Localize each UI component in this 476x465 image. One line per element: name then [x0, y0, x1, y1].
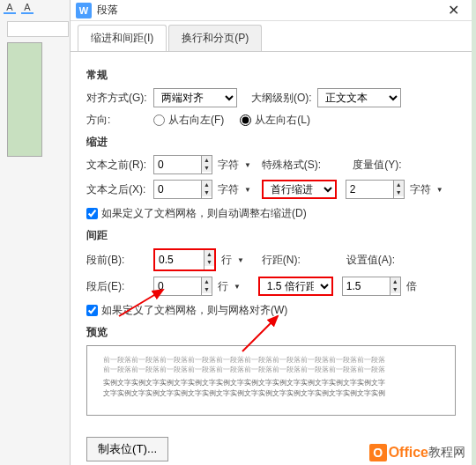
indent-after-label: 文本之后(X): [86, 182, 148, 197]
tab-indent-spacing[interactable]: 缩进和间距(I) [78, 25, 167, 51]
dialog-title: 段落 [97, 3, 118, 18]
spin-down[interactable]: ▼ [202, 285, 212, 293]
paragraph-dialog: 缩进和间距(I) 换行和分页(P) 常规 对齐方式(G): 两端对齐 大纲级别(… [71, 21, 472, 465]
special-format-select[interactable]: 首行缩进 [262, 180, 337, 199]
line-spacing-select[interactable]: 1.5 倍行距 [258, 277, 333, 296]
spin-down[interactable]: ▼ [394, 188, 404, 196]
outline-label: 大纲级别(O): [251, 91, 312, 106]
direction-ltr[interactable]: 从左向右(L) [240, 113, 310, 128]
auto-adjust-indent-label: 如果定义了文档网格，则自动调整右缩进(D) [101, 206, 307, 221]
space-before-input[interactable] [155, 251, 204, 269]
font-color-icon[interactable]: A [4, 2, 16, 14]
set-value-label: 设置值(A): [346, 253, 399, 268]
alignment-label: 对齐方式(G): [86, 91, 148, 106]
spin-down[interactable]: ▼ [390, 285, 400, 293]
indent-after-input[interactable] [153, 180, 202, 199]
direction-label: 方向: [86, 113, 148, 128]
section-general: 常规 [86, 68, 456, 83]
tabstops-button[interactable]: 制表位(T)... [86, 437, 168, 461]
align-to-grid-checkbox[interactable] [86, 305, 98, 316]
spin-up[interactable]: ▲ [205, 250, 214, 258]
measure-input[interactable] [346, 180, 394, 199]
highlight-icon[interactable]: A [21, 2, 33, 14]
space-before-unit: 行 [221, 253, 232, 268]
spin-up[interactable]: ▲ [202, 277, 212, 285]
tab-line-page-breaks[interactable]: 换行和分页(P) [168, 25, 262, 51]
space-after-label: 段后(E): [86, 279, 148, 294]
titlebar: W 段落 ✕ [71, 0, 472, 21]
indent-before-label: 文本之前(R): [86, 158, 148, 173]
watermark-suffix: 教程网 [428, 445, 465, 461]
spin-up[interactable]: ▲ [202, 181, 212, 188]
set-value-unit: 倍 [406, 279, 417, 294]
measure-unit: 字符 [410, 182, 431, 197]
space-after-input[interactable] [153, 277, 202, 296]
outline-select[interactable]: 正文文本 [317, 88, 401, 107]
special-format-label: 特殊格式(S): [262, 158, 321, 173]
direction-rtl[interactable]: 从右向左(F) [153, 113, 224, 128]
spin-up[interactable]: ▲ [390, 277, 400, 285]
watermark-brand: Office [389, 445, 428, 461]
spin-up[interactable]: ▲ [394, 181, 404, 188]
watermark-logo-icon: O [369, 444, 387, 461]
app-icon: W [76, 3, 92, 18]
alignment-select[interactable]: 两端对齐 [153, 88, 237, 107]
indent-before-unit: 字符 [218, 158, 239, 173]
section-spacing: 间距 [86, 228, 456, 243]
spin-down[interactable]: ▼ [205, 258, 214, 266]
line-spacing-label: 行距(N): [262, 253, 315, 268]
preview-box: 前一段落前一段落前一段落前一段落前一段落前一段落前一段落前一段落前一段落前一段落… [86, 345, 456, 416]
space-after-unit: 行 [218, 279, 228, 294]
measure-label: 度量值(Y): [353, 158, 405, 173]
align-to-grid-label: 如果定义了文档网格，则与网格对齐(W) [101, 303, 287, 318]
space-before-label: 段前(B): [86, 253, 148, 268]
document-background [7, 42, 42, 157]
section-preview: 预览 [86, 325, 456, 340]
auto-adjust-indent-checkbox[interactable] [86, 208, 98, 219]
section-indent: 缩进 [86, 135, 456, 150]
spin-down[interactable]: ▼ [202, 164, 212, 172]
indent-before-input[interactable] [153, 155, 202, 174]
spin-up[interactable]: ▲ [202, 156, 212, 164]
spin-down[interactable]: ▼ [202, 188, 212, 196]
ruler-horizontal [7, 21, 69, 37]
set-value-input[interactable] [342, 277, 390, 296]
close-icon[interactable]: ✕ [441, 2, 466, 18]
indent-after-unit: 字符 [218, 182, 239, 197]
watermark: O Office 教程网 [364, 442, 471, 463]
